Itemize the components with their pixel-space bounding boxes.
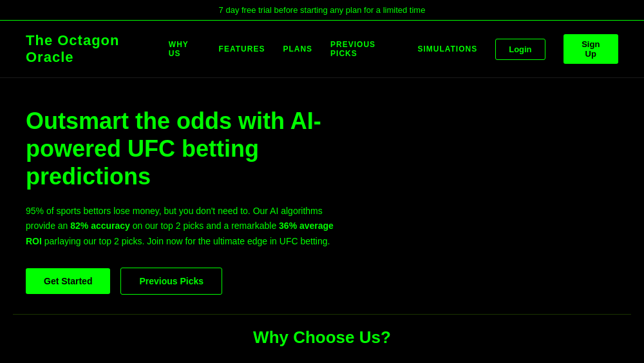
nav-features[interactable]: FEATURES [219,44,265,54]
main-nav: WHY US FEATURES PLANS PREVIOUS PICKS SIM… [169,34,618,64]
nav-simulations[interactable]: SIMULATIONS [417,44,477,54]
hero-title: Outsmart the odds with AI-powered UFC be… [26,107,335,191]
login-button[interactable]: Login [495,39,545,60]
hero-section: Outsmart the odds with AI-powered UFC be… [0,78,361,314]
header: The Octagon Oracle WHY US FEATURES PLANS… [0,21,644,78]
banner-text: 7 day free trial before starting any pla… [219,5,426,15]
logo: The Octagon Oracle [26,32,169,66]
hero-buttons: Get Started Previous Picks [26,268,335,295]
why-title: Why Choose Us? [26,328,618,348]
why-section: Why Choose Us? [0,315,644,363]
nav-previous-picks[interactable]: PREVIOUS PICKS [330,40,399,58]
previous-picks-button[interactable]: Previous Picks [120,268,222,295]
hero-description: 95% of sports bettors lose money, but yo… [26,204,335,250]
top-banner: 7 day free trial before starting any pla… [0,0,644,21]
nav-plans[interactable]: PLANS [283,44,312,54]
nav-why-us[interactable]: WHY US [169,40,201,58]
signup-button[interactable]: Sign Up [564,34,618,64]
get-started-button[interactable]: Get Started [26,268,110,294]
